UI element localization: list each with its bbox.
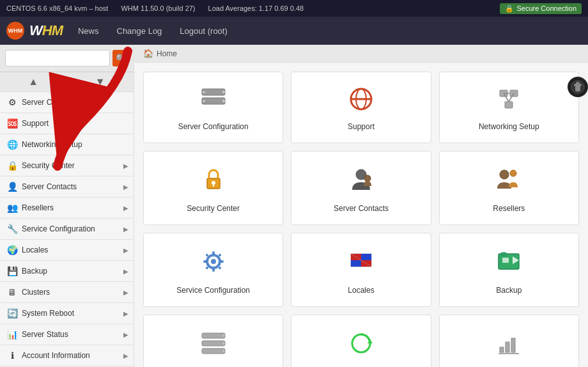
card-label: Backup bbox=[496, 286, 522, 295]
svg-rect-40 bbox=[501, 253, 506, 255]
locales-icon: 🌍 bbox=[6, 244, 18, 256]
chevron-right-icon: ▶ bbox=[123, 184, 128, 191]
clusters-icon: 🖥 bbox=[6, 286, 18, 298]
card-label: Support bbox=[348, 122, 375, 131]
card-locales[interactable]: Locales bbox=[291, 233, 431, 307]
sidebar-item-reboot[interactable]: 🔄 System Reboot ▶ bbox=[0, 303, 134, 324]
home-icon: 🏠 bbox=[143, 49, 153, 58]
sidebar-item-label: Support bbox=[22, 119, 128, 128]
svg-point-46 bbox=[222, 343, 224, 345]
sidebar-item-label: Backup bbox=[22, 267, 123, 276]
whm-version: WHM 11.50.0 (build 27) bbox=[121, 4, 195, 12]
card-clusters[interactable]: Clusters bbox=[143, 315, 283, 367]
sidebar-item-backup[interactable]: 💾 Backup ▶ bbox=[0, 261, 134, 282]
svg-rect-51 bbox=[506, 342, 509, 352]
sidebar-nav-arrows: ▲ ▼ bbox=[0, 72, 134, 92]
sidebar-item-label: Clusters bbox=[22, 288, 123, 297]
nav-logout[interactable]: Logout (root) bbox=[171, 17, 236, 45]
card-status[interactable]: Server Status bbox=[439, 315, 579, 367]
svg-point-5 bbox=[203, 100, 205, 102]
backup-card-icon bbox=[495, 247, 523, 279]
card-label: Resellers bbox=[493, 204, 525, 213]
card-label: Security Center bbox=[187, 204, 240, 213]
svg-rect-34 bbox=[361, 254, 371, 260]
breadcrumb-home: Home bbox=[157, 49, 177, 58]
main-panel: 🏠 Home Server Configuration bbox=[134, 45, 588, 367]
nav-news[interactable]: News bbox=[69, 17, 108, 45]
svg-point-2 bbox=[222, 91, 225, 93]
locales-card-icon bbox=[347, 247, 375, 279]
card-contacts[interactable]: Server Contacts bbox=[291, 151, 431, 225]
sidebar-item-label: Security Center bbox=[22, 161, 123, 170]
nav-changelog[interactable]: Change Log bbox=[108, 17, 171, 45]
svg-point-23 bbox=[211, 259, 216, 264]
sidebar-item-account[interactable]: ℹ Account Information ▶ bbox=[0, 345, 134, 366]
svg-rect-52 bbox=[511, 338, 515, 352]
chevron-right-icon: ▶ bbox=[123, 268, 128, 275]
sidebar-item-support[interactable]: 🆘 Support bbox=[0, 113, 134, 134]
svg-rect-42 bbox=[202, 333, 225, 338]
sidebar-item-label: Locales bbox=[22, 246, 123, 254]
support-card-icon bbox=[347, 86, 375, 116]
svg-rect-0 bbox=[202, 89, 225, 95]
sidebar-item-server-config[interactable]: ⚙ Server Configuration bbox=[0, 92, 134, 113]
sidebar-item-service-config[interactable]: 🔧 Service Configuration ▶ bbox=[0, 219, 134, 240]
sidebar-item-clusters[interactable]: 🖥 Clusters ▶ bbox=[0, 282, 134, 303]
card-label: Locales bbox=[348, 286, 374, 295]
sidebar-item-status[interactable]: 📊 Server Status ▶ bbox=[0, 324, 134, 345]
sidebar-down-button[interactable]: ▼ bbox=[67, 72, 134, 91]
card-service-config[interactable]: Service Configuration bbox=[143, 233, 283, 307]
sidebar-item-locales[interactable]: 🌍 Locales ▶ bbox=[0, 240, 134, 261]
chevron-right-icon: ▶ bbox=[123, 162, 128, 169]
svg-point-3 bbox=[222, 100, 225, 102]
chevron-right-icon: ▶ bbox=[123, 205, 128, 212]
security-card-icon bbox=[199, 166, 228, 198]
chevron-right-icon: ▶ bbox=[123, 310, 128, 317]
svg-rect-24 bbox=[212, 251, 215, 256]
svg-rect-25 bbox=[212, 267, 215, 272]
card-reboot[interactable]: System Reboot bbox=[291, 315, 431, 367]
help-button[interactable] bbox=[568, 77, 588, 97]
status-card-icon bbox=[495, 329, 523, 361]
service-config-card-icon bbox=[199, 247, 228, 279]
svg-rect-35 bbox=[351, 260, 361, 267]
card-backup[interactable]: Backup bbox=[439, 233, 579, 307]
sidebar-item-label: Account Information bbox=[22, 351, 123, 360]
sidebar-item-networking[interactable]: 🌐 Networking Setup bbox=[0, 134, 134, 155]
card-server-config[interactable]: Server Configuration bbox=[143, 72, 283, 143]
search-button[interactable]: 🔍 bbox=[112, 50, 128, 66]
networking-card-icon bbox=[495, 86, 523, 116]
reboot-icon: 🔄 bbox=[6, 308, 18, 319]
svg-marker-49 bbox=[368, 340, 373, 343]
sidebar-item-label: Server Configuration bbox=[22, 98, 128, 107]
search-input[interactable] bbox=[5, 50, 110, 66]
sidebar-up-button[interactable]: ▲ bbox=[0, 72, 67, 91]
svg-point-57 bbox=[574, 84, 576, 86]
whm-logo-text: WHM bbox=[29, 22, 63, 39]
card-networking[interactable]: Networking Setup bbox=[439, 72, 579, 143]
sidebar-item-label: System Reboot bbox=[22, 309, 123, 318]
load-averages: Load Averages: 1.17 0.69 0.48 bbox=[208, 4, 304, 12]
card-security[interactable]: Security Center bbox=[143, 151, 283, 225]
sidebar-item-contacts[interactable]: 👤 Server Contacts ▶ bbox=[0, 176, 134, 198]
svg-point-45 bbox=[222, 335, 224, 337]
sidebar-item-label: Server Contacts bbox=[22, 182, 123, 191]
svg-point-58 bbox=[579, 84, 582, 86]
card-support[interactable]: Support bbox=[291, 72, 431, 143]
svg-point-47 bbox=[222, 350, 224, 352]
sidebar-item-security[interactable]: 🔒 Security Center ▶ bbox=[0, 155, 134, 176]
svg-rect-43 bbox=[202, 341, 225, 346]
svg-point-20 bbox=[500, 170, 509, 179]
card-resellers[interactable]: Resellers bbox=[439, 151, 579, 225]
card-label: Server Contacts bbox=[334, 204, 389, 213]
status-icon: 📊 bbox=[6, 329, 18, 340]
svg-rect-26 bbox=[203, 260, 208, 263]
sidebar-item-resellers[interactable]: 👥 Resellers ▶ bbox=[0, 198, 134, 219]
chevron-right-icon: ▶ bbox=[123, 226, 128, 233]
resellers-card-icon bbox=[495, 166, 523, 198]
whm-logo: WHM WHM bbox=[6, 22, 63, 40]
security-icon: 🔒 bbox=[6, 160, 18, 171]
chevron-right-icon: ▶ bbox=[123, 289, 128, 296]
breadcrumb: 🏠 Home bbox=[134, 45, 588, 63]
svg-rect-39 bbox=[502, 258, 509, 263]
